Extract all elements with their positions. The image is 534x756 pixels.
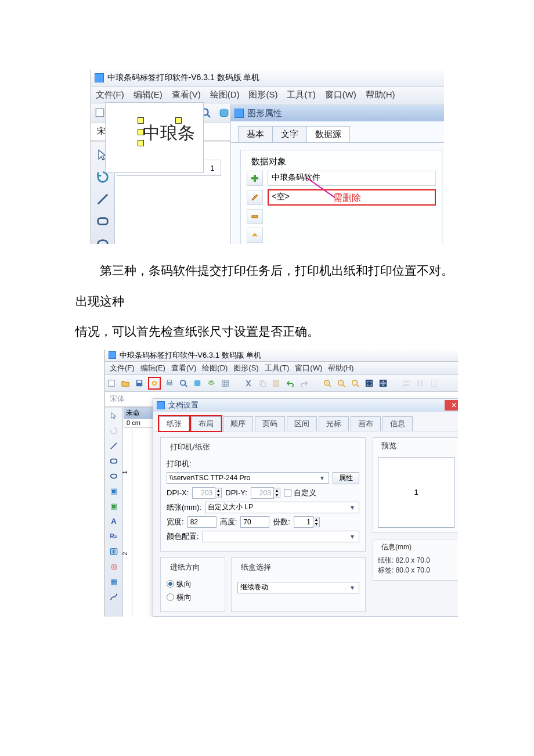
fullscreen-icon[interactable] [365,379,373,387]
tray-dropdown[interactable]: 继续卷动 ▾ [237,582,359,593]
spin-down-icon[interactable]: ▼ [274,493,280,498]
ellipse-tool-icon[interactable] [109,471,118,481]
align-icon[interactable] [402,379,410,387]
menu-shape[interactable]: 图形(S) [248,89,277,100]
database-icon[interactable] [193,379,201,387]
zoom-in-icon[interactable] [323,379,331,387]
copies-input[interactable] [294,516,313,528]
dialog-title-bar[interactable]: 文档设置 ✕ [153,399,458,412]
rotate-tool-icon[interactable] [109,426,118,435]
database-icon[interactable] [219,107,229,118]
tab-page[interactable]: 页码 [255,416,285,431]
data-item-1[interactable]: 中琅条码软件 [268,171,436,186]
menu-view[interactable]: 查看(V) [172,89,201,100]
resize-handle-icon[interactable] [138,140,144,146]
font-name-2[interactable]: 宋体 [110,394,125,404]
add-item-button[interactable] [247,171,263,186]
menu-help[interactable]: 帮助(H) [328,363,353,373]
image-box-tool-icon[interactable]: ▣ [109,487,118,496]
edit-item-button[interactable] [247,190,263,205]
tab-order[interactable]: 顺序 [223,416,253,431]
qrcode-tool-icon[interactable]: ◎ [109,562,118,571]
richtext-tool-icon[interactable]: R≡ [109,532,118,541]
spin-up-icon[interactable]: ▲ [215,488,221,493]
menu-edit[interactable]: 编辑(E) [134,89,163,100]
resize-handle-icon[interactable] [138,117,144,124]
paste-icon[interactable] [272,379,280,387]
printer-dropdown[interactable]: \\server\TSC TTP-244 Pro ▾ [167,472,329,484]
new-doc-icon[interactable] [95,107,105,118]
dpiy-input[interactable] [251,487,274,499]
menu-file[interactable]: 文件(F) [96,89,124,100]
dpix-spinner[interactable]: ▲▼ [192,487,222,499]
move-up-button[interactable] [247,228,263,243]
line-tool-icon[interactable] [109,441,118,451]
spin-down-icon[interactable]: ▼ [313,522,319,527]
copies-spinner[interactable]: ▲▼ [294,516,320,528]
landscape-radio[interactable]: 横向 [167,592,192,603]
menu-tools[interactable]: 工具(T) [287,89,315,100]
colorcfg-dropdown[interactable]: ▾ [203,531,359,542]
new-doc-icon[interactable] [107,379,116,387]
tab-paper[interactable]: 纸张 [159,416,189,431]
tab-layout[interactable]: 布局 [191,416,221,431]
tab-canvas[interactable]: 画布 [351,416,381,431]
selected-text-object[interactable]: 中琅条 [140,120,216,143]
menu-window[interactable]: 窗口(W) [325,89,356,100]
align-icon-2[interactable] [416,379,424,387]
undo-icon[interactable] [286,379,294,387]
redo-icon[interactable] [300,379,308,387]
cut-icon[interactable] [244,379,252,387]
remove-item-button[interactable] [247,209,263,224]
curve-tool-icon[interactable] [109,592,118,602]
spin-up-icon[interactable]: ▲ [274,488,280,493]
zoom-icon[interactable] [179,379,187,387]
dpix-input[interactable] [192,487,215,499]
zoom-out-icon[interactable] [337,379,345,387]
roundrect-tool-icon[interactable] [109,456,118,466]
design-canvas[interactable]: 中琅条 [105,102,204,173]
move-icon[interactable] [379,379,387,387]
menu-help[interactable]: 帮助(H) [366,89,395,100]
gear-icon[interactable] [149,378,160,388]
menu-file[interactable]: 文件(F) [110,363,135,373]
resize-handle-icon[interactable] [138,129,144,135]
tab-text[interactable]: 文字 [272,126,307,142]
save-icon[interactable] [135,379,143,387]
clipboard-icon[interactable] [430,379,438,387]
spin-up-icon[interactable]: ▲ [313,517,319,522]
image-tool-icon[interactable]: ▣ [109,502,118,511]
tab-cursor[interactable]: 光标 [319,416,349,431]
print-icon[interactable] [165,379,174,387]
grid-icon[interactable] [221,379,229,387]
spin-down-icon[interactable]: ▼ [215,493,221,498]
dpiy-spinner[interactable]: ▲▼ [251,487,280,499]
width-input[interactable] [187,516,217,528]
document-tab-2[interactable]: 未命 [124,408,156,419]
tab-info[interactable]: 信息 [383,416,413,431]
ellipse-tool-icon[interactable] [96,237,109,244]
height-input[interactable] [240,516,269,528]
menu-shape[interactable]: 图形(S) [233,363,258,373]
custom-dpi-checkbox[interactable]: 自定义 [284,488,316,498]
roundrect-tool-icon[interactable] [96,215,109,228]
copy-icon[interactable] [258,379,266,387]
menu-tools[interactable]: 工具(T) [265,363,290,373]
zoom-fit-icon[interactable] [351,379,359,387]
text-tool-icon[interactable]: A [109,517,118,526]
tab-datasource[interactable]: 数据源 [306,126,350,142]
pointer-tool-icon[interactable] [109,411,118,420]
portrait-radio[interactable]: 纵向 [167,579,192,589]
tab-basic[interactable]: 基本 [238,126,273,142]
layers-icon[interactable] [207,379,215,387]
barcode-tool-icon[interactable] [109,547,118,556]
menu-draw[interactable]: 绘图(D) [210,89,240,100]
printer-properties-button[interactable]: 属性 [333,472,359,484]
paper-size-dropdown[interactable]: 自定义大小 LP ▾ [205,502,359,513]
menu-view[interactable]: 查看(V) [171,363,196,373]
open-icon[interactable] [121,379,129,387]
resize-handle-icon[interactable] [175,117,182,124]
table-tool-icon[interactable]: ▦ [109,577,118,586]
line-tool-icon[interactable] [96,193,109,206]
menu-window[interactable]: 窗口(W) [295,363,322,373]
